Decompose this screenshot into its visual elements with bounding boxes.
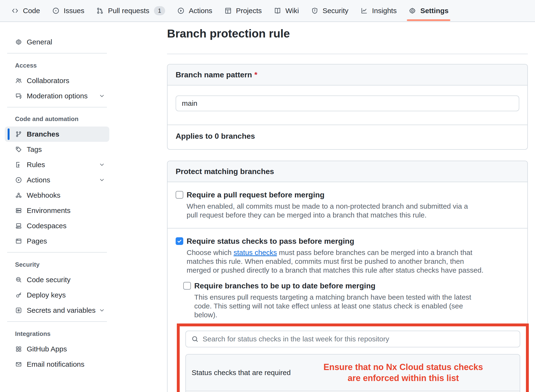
sidebar-item-label: Branches <box>27 130 59 138</box>
sidebar-item-label: Deploy keys <box>27 291 66 299</box>
sidebar-item-label: Secrets and variables <box>27 306 96 314</box>
tab-label: Actions <box>189 7 212 15</box>
sidebar-item-code-security[interactable]: Code security <box>5 272 109 287</box>
sidebar-item-label: Environments <box>27 207 70 215</box>
option-require-status-checks: Require status checks to pass before mer… <box>168 228 527 392</box>
tab-label: Security <box>323 7 348 15</box>
chevron-down-icon <box>99 177 105 183</box>
sidebar-item-pages[interactable]: Pages <box>5 233 109 249</box>
tab-projects[interactable]: Projects <box>218 0 268 21</box>
sidebar-item-label: GitHub Apps <box>27 345 67 353</box>
repo-tab-bar: Code Issues Pull requests 1 Actions Proj… <box>0 0 535 22</box>
tab-label: Code <box>23 7 40 15</box>
issue-icon <box>52 7 60 15</box>
tab-security[interactable]: Security <box>305 0 354 21</box>
sidebar-divider <box>7 252 107 253</box>
sidebar-item-label: Pages <box>27 237 47 245</box>
tab-settings[interactable]: Settings <box>403 0 454 21</box>
branch-name-pattern-card: Branch name pattern * Applies to 0 branc… <box>167 64 528 150</box>
option-description: When enabled, all commits must be made t… <box>187 202 479 219</box>
required-status-checks-table-header: Status checks that are required Ensure t… <box>186 355 520 391</box>
require-up-to-date-checkbox[interactable] <box>183 282 191 290</box>
sidebar-item-label: Tags <box>27 145 42 154</box>
tab-insights[interactable]: Insights <box>354 0 403 21</box>
sidebar-item-tags[interactable]: Tags <box>5 142 109 157</box>
search-icon <box>191 335 199 343</box>
sidebar-item-label: Collaborators <box>27 77 69 85</box>
sidebar-item-label: Actions <box>27 176 50 184</box>
require-pull-request-checkbox[interactable] <box>176 191 183 199</box>
gear-icon <box>409 7 416 15</box>
chevron-down-icon <box>99 307 105 313</box>
sidebar-item-label: Code security <box>27 276 70 284</box>
require-status-checks-checkbox[interactable] <box>176 237 183 245</box>
tab-label: Pull requests <box>108 7 149 15</box>
sidebar-divider <box>7 53 107 53</box>
tab-label: Wiki <box>285 7 299 15</box>
annotation-line-1: Ensure that no Nx Cloud status checks <box>324 362 483 372</box>
apps-grid-icon <box>15 345 22 353</box>
key-icon <box>15 291 22 299</box>
sidebar-divider <box>7 321 107 322</box>
sidebar-group-integrations: Integrations <box>5 329 109 339</box>
settings-sidebar: General Access Collaborators Moderation … <box>5 22 109 372</box>
protect-matching-branches-label: Protect matching branches <box>176 167 274 176</box>
code-icon <box>11 7 19 15</box>
pull-request-icon <box>96 7 104 15</box>
sidebar-divider <box>7 107 107 107</box>
sidebar-item-environments[interactable]: Environments <box>5 203 109 218</box>
branch-name-pattern-input[interactable] <box>176 95 519 111</box>
annotation-highlight-box: Search for status checks in the last wee… <box>177 323 529 392</box>
applies-to-branches-text: Applies to 0 branches <box>168 125 527 149</box>
sidebar-group-code-automation: Code and automation <box>5 114 109 124</box>
tab-issues[interactable]: Issues <box>46 0 90 21</box>
tab-code[interactable]: Code <box>5 0 46 21</box>
webhook-icon <box>15 192 22 199</box>
status-checks-link[interactable]: status checks <box>234 249 277 256</box>
tag-icon <box>15 146 22 153</box>
sidebar-item-github-apps[interactable]: GitHub Apps <box>5 341 109 357</box>
mail-icon <box>15 361 22 368</box>
sidebar-item-rules[interactable]: Rules <box>5 157 109 172</box>
graph-icon <box>360 7 368 15</box>
sidebar-item-label: Webhooks <box>27 191 60 199</box>
rules-icon <box>15 161 22 168</box>
pull-requests-count-badge: 1 <box>154 6 165 15</box>
wiki-book-icon <box>274 7 281 15</box>
sidebar-item-label: Moderation options <box>27 92 88 100</box>
option-label: Require status checks to pass before mer… <box>187 237 354 246</box>
branch-name-pattern-header: Branch name pattern * <box>168 64 527 85</box>
tab-wiki[interactable]: Wiki <box>268 0 305 21</box>
sidebar-item-label: General <box>27 38 52 46</box>
search-placeholder-text: Search for status checks in the last wee… <box>203 335 389 343</box>
tab-label: Projects <box>236 7 262 15</box>
sidebar-group-access: Access <box>5 61 109 70</box>
sidebar-item-collaborators[interactable]: Collaborators <box>5 73 109 88</box>
sidebar-item-branches[interactable]: Branches <box>5 127 109 142</box>
sidebar-item-secrets-variables[interactable]: Secrets and variables <box>5 303 109 318</box>
option-require-pull-request: Require a pull request before merging Wh… <box>168 182 527 228</box>
sidebar-item-email-notifications[interactable]: Email notifications <box>5 357 109 372</box>
chevron-down-icon <box>99 162 105 168</box>
status-checks-search-box[interactable]: Search for status checks in the last wee… <box>185 331 520 347</box>
sidebar-item-label: Email notifications <box>27 360 84 368</box>
protect-matching-branches-card: Protect matching branches Require a pull… <box>167 161 528 392</box>
description-text: Choose which <box>187 249 234 256</box>
required-asterisk: * <box>254 70 257 79</box>
sidebar-item-moderation-options[interactable]: Moderation options <box>5 88 109 104</box>
comment-discussion-icon <box>15 92 22 100</box>
table-header-label: Status checks that are required <box>192 369 291 377</box>
sidebar-item-actions[interactable]: Actions <box>5 172 109 188</box>
sidebar-item-codespaces[interactable]: Codespaces <box>5 218 109 233</box>
tab-actions[interactable]: Actions <box>171 0 218 21</box>
option-description: Choose which status checks must pass bef… <box>187 248 485 275</box>
page-title: Branch protection rule <box>167 27 528 41</box>
tab-label: Issues <box>64 7 84 15</box>
git-branch-icon <box>15 131 22 138</box>
option-description: This ensures pull requests targeting a m… <box>194 293 482 319</box>
actions-play-icon <box>177 7 185 15</box>
tab-pull-requests[interactable]: Pull requests 1 <box>90 0 171 21</box>
sidebar-item-deploy-keys[interactable]: Deploy keys <box>5 287 109 303</box>
sidebar-item-general[interactable]: General <box>5 34 109 50</box>
sidebar-item-webhooks[interactable]: Webhooks <box>5 188 109 203</box>
